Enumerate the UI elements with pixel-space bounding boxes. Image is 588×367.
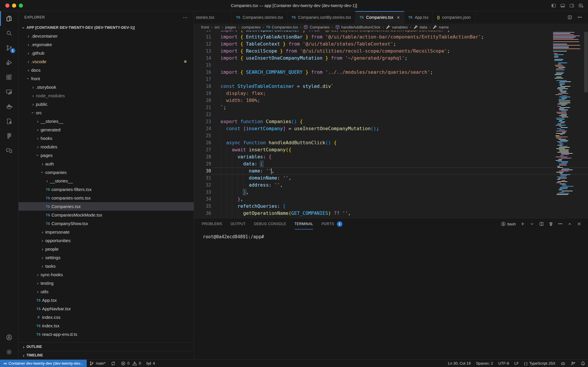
outline-section[interactable]: ›OUTLINE xyxy=(19,342,194,351)
breadcrumb-item[interactable]: data xyxy=(413,25,427,29)
tree-file[interactable]: TSindex.tsx xyxy=(19,321,194,330)
tree-folder[interactable]: ›.github xyxy=(19,49,194,57)
code-line[interactable]: 17 xyxy=(194,76,588,83)
code-line[interactable]: 28variables: { xyxy=(194,153,588,160)
tree-folder[interactable]: ›people xyxy=(19,245,194,253)
code-line[interactable]: 11import { EntityTableActionBar } from '… xyxy=(194,33,588,41)
tree-folder[interactable]: ›sync-hooks xyxy=(19,270,194,279)
status-git-branch[interactable]: main* xyxy=(87,360,108,367)
tree-folder[interactable]: ›__stories__ xyxy=(19,117,194,125)
tree-folder[interactable]: ›.storybook xyxy=(19,83,194,91)
tree-file[interactable]: #index.css xyxy=(19,313,194,321)
layout-sidebar-left-icon[interactable] xyxy=(551,3,556,8)
code-line[interactable]: 23export function Companies() { xyxy=(194,118,588,125)
code-line[interactable]: 34}, xyxy=(194,196,588,203)
tree-folder[interactable]: ›docs xyxy=(19,66,194,74)
activity-source-control[interactable]: 1 xyxy=(0,41,19,55)
tree-folder[interactable]: ›front xyxy=(19,74,194,83)
status-language-mode[interactable]: { }TypeScript JSX xyxy=(522,360,558,367)
tree-folder[interactable]: ›modules xyxy=(19,143,194,151)
activity-search[interactable] xyxy=(0,26,19,41)
breadcrumb-item[interactable]: variables xyxy=(386,25,408,29)
tree-folder[interactable]: ›tasks xyxy=(19,262,194,270)
panel-tab-output[interactable]: OUTPUT xyxy=(230,218,246,229)
layout-sidebar-right-icon[interactable] xyxy=(569,3,574,8)
tree-folder[interactable]: ›pages xyxy=(19,151,194,160)
activity-container-tools[interactable] xyxy=(0,114,19,129)
timeline-section[interactable]: ›TIMELINE xyxy=(19,351,194,359)
status-notifications[interactable] xyxy=(578,360,588,367)
activity-figma[interactable] xyxy=(0,129,19,143)
status-remote-indicator[interactable]: ><Container dev-twenty-dev (dev-twenty-d… xyxy=(0,360,87,367)
activity-remote-explorer[interactable] xyxy=(0,85,19,99)
code-line[interactable]: 31domainName: '', xyxy=(194,175,588,182)
tree-folder[interactable]: ›companies xyxy=(19,168,194,177)
breadcrumb-item[interactable]: TSCompanies.tsx xyxy=(266,25,298,29)
breadcrumb-item[interactable]: name xyxy=(432,25,449,29)
layout-panel-icon[interactable] xyxy=(560,3,565,8)
tree-file[interactable]: TScompanies-filters.tsx xyxy=(19,185,194,194)
code-line[interactable]: 18const StyledTableContainer = styled.di… xyxy=(194,83,588,90)
split-editor-icon[interactable] xyxy=(567,15,572,20)
split-terminal-icon[interactable] xyxy=(539,222,544,226)
code-line[interactable]: 29data: { xyxy=(194,160,588,167)
status-copilot[interactable] xyxy=(558,360,568,367)
breadcrumb-item[interactable]: Companies xyxy=(303,25,330,29)
panel-tab-ports[interactable]: PORTS1 xyxy=(321,218,342,229)
tree-folder[interactable]: ›.ergomake xyxy=(19,40,194,49)
tree-file[interactable]: TSCompanies.tsx xyxy=(19,202,194,211)
breadcrumb-item[interactable]: pages xyxy=(225,25,236,29)
activity-settings[interactable] xyxy=(0,345,19,359)
editor-tab[interactable]: {}companies.json xyxy=(433,11,475,24)
tree-folder[interactable]: ›.vscode xyxy=(19,57,194,66)
maximize-panel-icon[interactable] xyxy=(567,222,572,226)
code-lines[interactable]: 10import { WithTopBarContainer } from '@… xyxy=(194,31,588,217)
tree-file[interactable]: TScompanies-sorts.tsx xyxy=(19,194,194,202)
tree-file[interactable]: TSreact-app-env.d.ts xyxy=(19,330,194,338)
status-problems[interactable]: 00 xyxy=(118,360,143,367)
editor-tab[interactable]: TSCompanies.sortBy.stories.tsx xyxy=(288,11,355,24)
breadcrumb-item[interactable]: front xyxy=(201,25,209,29)
terminal-dropdown-icon[interactable] xyxy=(530,222,534,226)
status-indentation[interactable]: Spaces: 2 xyxy=(473,360,496,367)
status-cursor-position[interactable]: Ln 30, Col 19 xyxy=(445,360,473,367)
breadcrumb-item[interactable]: src xyxy=(215,25,220,29)
code-line[interactable]: 32address: '', xyxy=(194,182,588,189)
tree-folder[interactable]: ›node_modules xyxy=(19,91,194,100)
tree-folder[interactable]: ›hooks xyxy=(19,134,194,143)
tree-folder[interactable]: ›testing xyxy=(19,279,194,287)
code-line[interactable]: 36getOperationName(GET_COMPANIES) ?? '', xyxy=(194,210,588,217)
tree-file[interactable]: TSCompaniesMockMode.tsx xyxy=(19,211,194,219)
tree-folder[interactable]: ›auth xyxy=(19,160,194,168)
editor-tab[interactable]: TSApp.tsx xyxy=(404,11,433,24)
breadcrumb-item[interactable]: companies xyxy=(241,25,260,29)
tree-folder[interactable]: ›__stories__ xyxy=(19,177,194,185)
status-ports[interactable]: 4 xyxy=(144,360,158,367)
tree-folder[interactable]: ›src xyxy=(19,108,194,117)
breadcrumb-item[interactable]: handleAddButtonClick xyxy=(335,25,380,29)
code-line[interactable]: 16import { SEARCH_COMPANY_QUERY } from '… xyxy=(194,69,588,76)
code-line[interactable]: 12import { TableContext } from '@/ui/tab… xyxy=(194,41,588,48)
panel-tab-debug-console[interactable]: DEBUG CONSOLE xyxy=(254,218,286,229)
workspace-root[interactable]: ›APP [CONTAINER DEV-TWENTY-DEV (DEV-TWEN… xyxy=(19,24,194,32)
close-tab-icon[interactable]: × xyxy=(397,15,400,20)
tree-folder[interactable]: ›generated xyxy=(19,125,194,134)
panel-tab-terminal[interactable]: TERMINAL xyxy=(295,218,313,229)
activity-comments[interactable] xyxy=(0,143,19,158)
code-line[interactable]: 26async function handleAddButtonClick() … xyxy=(194,139,588,146)
activity-docker[interactable] xyxy=(0,99,19,114)
tree-file[interactable]: TSApp.tsx xyxy=(19,296,194,304)
tree-folder[interactable]: ›.devcontainer xyxy=(19,32,194,40)
code-editor[interactable]: 10import { WithTopBarContainer } from '@… xyxy=(194,31,588,218)
status-sync[interactable] xyxy=(108,360,118,367)
code-line[interactable]: 21`; xyxy=(194,104,588,111)
code-line[interactable]: 24const [insertCompany] = useInsertOneCo… xyxy=(194,125,588,132)
editor-tab[interactable]: TSCompanies.tsx× xyxy=(355,11,404,24)
tree-folder[interactable]: ›impersonate xyxy=(19,228,194,236)
activity-accounts[interactable] xyxy=(0,330,19,345)
close-panel-icon[interactable] xyxy=(577,222,582,226)
tree-file[interactable]: TSCompanyShow.tsx xyxy=(19,219,194,228)
kill-terminal-icon[interactable] xyxy=(549,222,553,226)
code-line[interactable]: 33}, xyxy=(194,189,588,196)
code-line[interactable]: 25 xyxy=(194,132,588,139)
